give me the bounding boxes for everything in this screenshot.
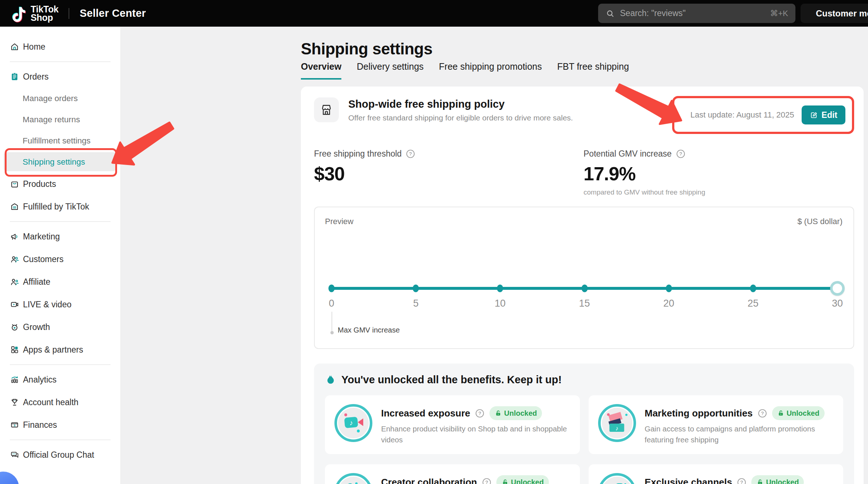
sidebar-item-apps-partners[interactable]: Apps & partners	[0, 338, 120, 361]
sidebar-item-label: Marketing	[23, 232, 60, 242]
live-video-icon	[10, 300, 19, 309]
gmv-note: compared to GMV without free shipping	[584, 188, 705, 196]
customer-messages-label: Customer messages	[816, 8, 868, 19]
benefit-description: Enhance product visibility on Shop tab a…	[381, 423, 570, 445]
sidebar-item-fulfilled-by-tiktok[interactable]: Fulfilled by TikTok	[0, 195, 120, 218]
unlocked-badge-label: Unlocked	[511, 478, 544, 484]
tab-delivery-settings[interactable]: Delivery settings	[357, 61, 423, 80]
sidebar-item-official-group-chat[interactable]: Official Group Chat	[0, 443, 120, 466]
sidebar-item-growth[interactable]: Growth	[0, 316, 120, 338]
search-input[interactable]	[619, 8, 766, 19]
unlocked-badge: Unlocked	[489, 406, 542, 420]
sidebar-item-label: Manage returns	[23, 115, 80, 124]
megaphone-ticket-icon	[602, 408, 632, 438]
sidebar-item-manage-orders[interactable]: Manage orders	[0, 88, 120, 109]
sidebar-item-label: Analytics	[23, 375, 57, 385]
slider-dot-25	[750, 285, 756, 292]
sidebar-item-fulfillment-settings[interactable]: Fulfillment settings	[0, 130, 120, 151]
benefit-card-exclusive-channels: Exclusive channelsUnlockedGet a 'Free sh…	[589, 464, 844, 484]
gmv-increase-stat: Potential GMV increase 17.9% compared to…	[584, 149, 705, 196]
slider-dot-5	[413, 285, 419, 292]
home-icon	[10, 42, 19, 51]
sidebar-item-marketing[interactable]: Marketing	[0, 225, 120, 248]
finances-icon	[10, 420, 19, 430]
sidebar-item-finances[interactable]: Finances	[0, 414, 120, 436]
benefits-header: You've unlocked all the benefits. Keep i…	[341, 374, 562, 386]
sidebar-item-label: Growth	[23, 322, 50, 332]
top-bar: TikTok Shop Seller Center ⌘+K Customer m…	[0, 0, 868, 27]
slider-tick-label-15: 15	[579, 298, 590, 309]
question-circle-icon	[736, 477, 747, 484]
tab-bar: OverviewDelivery settingsFree shipping p…	[301, 61, 629, 80]
sidebar-item-label: LIVE & video	[23, 300, 71, 310]
app-name: Seller Center	[80, 7, 146, 19]
unlocked-badge-label: Unlocked	[787, 409, 819, 418]
growth-icon	[10, 322, 19, 332]
flame-icon	[325, 374, 336, 385]
tab-fbt-free-shipping[interactable]: FBT free shipping	[557, 61, 629, 80]
apps-partners-icon	[10, 345, 19, 354]
topbar-divider	[69, 8, 69, 19]
max-gmv-annotation: Max GMV increase	[332, 312, 332, 332]
sidebar-item-orders[interactable]: Orders	[0, 65, 120, 88]
sidebar-item-analytics[interactable]: Analytics	[0, 368, 120, 391]
sidebar-item-affiliate[interactable]: Affiliate	[0, 270, 120, 293]
unlocked-badge-label: Unlocked	[766, 478, 799, 484]
sidebar-divider	[10, 61, 111, 62]
sidebar-item-label: Official Group Chat	[23, 450, 94, 460]
benefits-grid: Increased exposureUnlockedEnhance produc…	[325, 395, 843, 484]
global-search[interactable]: ⌘+K	[598, 4, 795, 23]
sidebar-item-manage-returns[interactable]: Manage returns	[0, 109, 120, 130]
edit-button[interactable]: Edit	[802, 105, 845, 124]
phone-channel-icon-ring	[598, 473, 636, 484]
benefit-title: Creator collaboration	[381, 477, 477, 484]
logo-line2: Shop	[31, 14, 58, 22]
slider-dot-20	[666, 285, 672, 292]
sidebar-item-label: Home	[23, 42, 45, 52]
benefit-title: Marketing opportunities	[645, 408, 753, 419]
shipping-overview-card: Shop-wide free shipping policy Offer fre…	[301, 87, 864, 484]
question-circle-icon	[481, 477, 492, 484]
page-title: Shipping settings	[301, 40, 433, 58]
benefits-panel: You've unlocked all the benefits. Keep i…	[314, 364, 854, 484]
question-circle-icon[interactable]	[405, 149, 416, 159]
policy-header: Shop-wide free shipping policy Offer fre…	[314, 97, 573, 122]
storefront-icon-box	[314, 97, 339, 122]
analytics-icon	[10, 375, 19, 384]
phone-channel-icon	[602, 477, 632, 484]
policy-subtitle: Offer free standard shipping for eligibl…	[348, 114, 573, 122]
unlocked-badge-label: Unlocked	[504, 409, 537, 418]
customer-messages-button[interactable]: Customer messages	[801, 4, 868, 23]
sidebar-item-customers[interactable]: Customers	[0, 248, 120, 270]
storefront-icon	[319, 103, 334, 117]
sidebar-divider	[10, 439, 111, 440]
sidebar-item-home[interactable]: Home	[0, 35, 120, 58]
policy-title: Shop-wide free shipping policy	[348, 98, 573, 110]
account-health-icon	[10, 397, 19, 407]
tab-overview[interactable]: Overview	[301, 61, 341, 80]
sidebar-item-label: Manage orders	[23, 94, 78, 103]
search-shortcut: ⌘+K	[770, 9, 788, 18]
threshold-label: Free shipping threshold	[314, 149, 402, 159]
slider-tick-label-20: 20	[663, 298, 674, 309]
tab-free-shipping-promotions[interactable]: Free shipping promotions	[439, 61, 542, 80]
creators-icon	[338, 477, 369, 484]
orders-icon	[10, 72, 19, 81]
question-circle-icon[interactable]	[675, 149, 686, 159]
seller-center-app: TikTok Shop Seller Center ⌘+K Customer m…	[0, 0, 868, 484]
sidebar-item-label: Apps & partners	[23, 345, 83, 355]
slider-dot-0	[329, 285, 335, 292]
edit-icon	[810, 111, 818, 119]
video-exposure-icon	[338, 408, 369, 438]
slider-handle[interactable]	[830, 281, 845, 296]
sidebar-item-account-health[interactable]: Account health	[0, 391, 120, 414]
sidebar-item-label: Customers	[23, 254, 63, 264]
sidebar-item-live-video[interactable]: LIVE & video	[0, 293, 120, 316]
sidebar-item-shipping-settings[interactable]: Shipping settings	[0, 151, 120, 173]
unlock-icon	[495, 410, 502, 417]
tiktok-shop-logo[interactable]: TikTok Shop	[10, 4, 58, 23]
unlock-icon	[777, 410, 784, 417]
tiktok-note-icon	[10, 4, 27, 23]
sidebar-item-products[interactable]: Products	[0, 173, 120, 195]
slider-tick-label-30: 30	[832, 298, 843, 309]
